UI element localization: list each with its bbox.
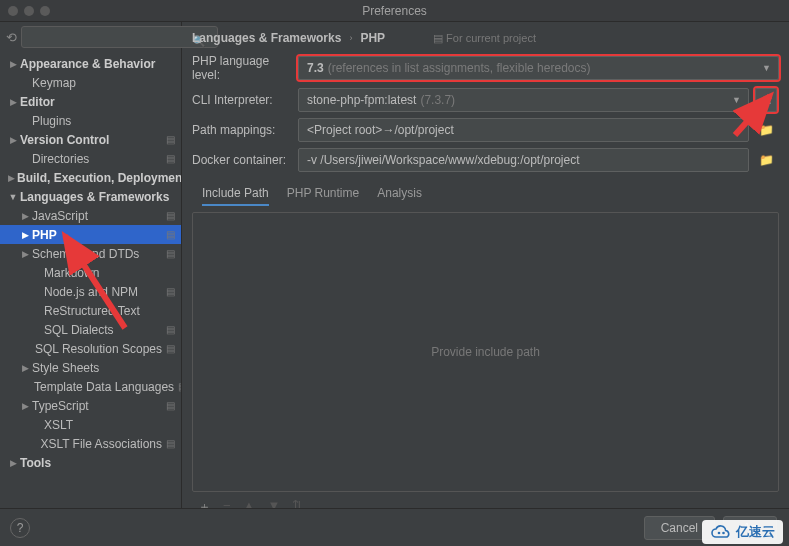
svg-point-3 <box>722 532 725 535</box>
project-scope-icon: ▤ <box>433 32 443 45</box>
sidebar-item-label: PHP <box>32 228 162 242</box>
sidebar-item-xslt-file-associations[interactable]: XSLT File Associations▤ <box>0 434 181 453</box>
sidebar-item-restructured-text[interactable]: ReStructured Text <box>0 301 181 320</box>
path-mappings-label: Path mappings: <box>192 123 292 137</box>
chevron-down-icon: ▼ <box>762 63 771 73</box>
chevron-down-icon[interactable]: ▼ <box>8 192 18 202</box>
sidebar-item-label: Node.js and NPM <box>44 285 162 299</box>
watermark: 亿速云 <box>702 520 783 544</box>
chevron-right-icon[interactable]: ▶ <box>8 173 15 183</box>
tab-php-runtime[interactable]: PHP Runtime <box>287 186 359 206</box>
cloud-icon <box>710 524 732 540</box>
sidebar-item-plugins[interactable]: Plugins <box>0 111 181 130</box>
sidebar-item-appearance-behavior[interactable]: ▶Appearance & Behavior <box>0 54 181 73</box>
sidebar-item-typescript[interactable]: ▶TypeScript▤ <box>0 396 181 415</box>
for-current-project-label: ▤ For current project <box>433 32 536 45</box>
sidebar-item-label: Tools <box>20 456 175 470</box>
fields-grid: PHP language level: 7.3 (references in l… <box>192 54 779 172</box>
sidebar-item-style-sheets[interactable]: ▶Style Sheets <box>0 358 181 377</box>
lang-level-value: 7.3 <box>307 61 324 75</box>
tab-analysis[interactable]: Analysis <box>377 186 422 206</box>
sidebar-item-label: Build, Execution, Deployment <box>17 171 181 185</box>
path-mappings-field[interactable]: <Project root>→/opt/project <box>298 118 749 142</box>
chevron-right-icon[interactable]: ▶ <box>20 230 30 240</box>
sidebar-item-version-control[interactable]: ▶Version Control▤ <box>0 130 181 149</box>
sidebar-item-sql-dialects[interactable]: SQL Dialects▤ <box>0 320 181 339</box>
chevron-right-icon[interactable]: ▶ <box>8 59 18 69</box>
folder-icon[interactable]: 📁 <box>755 118 777 142</box>
sidebar-item-sql-resolution-scopes[interactable]: SQL Resolution Scopes▤ <box>0 339 181 358</box>
content-pane: Languages & Frameworks › PHP ▤ For curre… <box>182 22 789 522</box>
chevron-right-icon[interactable]: ▶ <box>8 458 18 468</box>
help-button[interactable]: ? <box>10 518 30 538</box>
tab-include-path[interactable]: Include Path <box>202 186 269 206</box>
project-scope-icon: ▤ <box>166 134 175 145</box>
breadcrumb-root[interactable]: Languages & Frameworks <box>192 31 341 45</box>
chevron-right-icon[interactable]: ▶ <box>20 211 30 221</box>
sidebar-item-label: Version Control <box>20 133 162 147</box>
folder-icon[interactable]: 📁 <box>755 148 777 172</box>
settings-tree[interactable]: ▶Appearance & BehaviorKeymap▶EditorPlugi… <box>0 52 181 522</box>
sidebar-item-label: Plugins <box>32 114 175 128</box>
project-scope-icon: ▤ <box>166 438 175 449</box>
chevron-right-icon[interactable]: ▶ <box>8 135 18 145</box>
include-path-panel: Provide include path <box>192 212 779 492</box>
docker-container-value: -v /Users/jiwei/Workspace/www/xdebug:/op… <box>307 153 580 167</box>
cli-hint: (7.3.7) <box>420 93 455 107</box>
lang-level-hint: (references in list assignments, flexibl… <box>328 61 591 75</box>
sidebar-item-languages-frameworks[interactable]: ▼Languages & Frameworks <box>0 187 181 206</box>
project-scope-icon: ▤ <box>166 153 175 164</box>
chevron-right-icon[interactable]: ▶ <box>8 97 18 107</box>
sidebar-item-label: Appearance & Behavior <box>20 57 175 71</box>
breadcrumb: Languages & Frameworks › PHP ▤ For curre… <box>192 30 779 46</box>
project-scope-icon: ▤ <box>166 343 175 354</box>
sidebar-item-javascript[interactable]: ▶JavaScript▤ <box>0 206 181 225</box>
sidebar: ⟲ 🔍 ▶Appearance & BehaviorKeymap▶EditorP… <box>0 22 182 522</box>
project-scope-icon: ▤ <box>166 248 175 259</box>
titlebar: Preferences <box>0 0 789 22</box>
sidebar-item-node-js-and-npm[interactable]: Node.js and NPM▤ <box>0 282 181 301</box>
back-icon[interactable]: ⟲ <box>6 30 17 45</box>
sidebar-item-label: SQL Dialects <box>44 323 162 337</box>
sidebar-item-label: Languages & Frameworks <box>20 190 175 204</box>
sidebar-item-label: Editor <box>20 95 175 109</box>
sidebar-item-markdown[interactable]: Markdown <box>0 263 181 282</box>
project-scope-icon: ▤ <box>166 210 175 221</box>
sidebar-item-label: Template Data Languages <box>34 380 174 394</box>
sidebar-item-label: TypeScript <box>32 399 162 413</box>
cli-value: stone-php-fpm:latest <box>307 93 416 107</box>
sidebar-item-keymap[interactable]: Keymap <box>0 73 181 92</box>
cli-interpreter-browse-button[interactable]: … <box>755 88 777 112</box>
project-scope-icon: ▤ <box>166 324 175 335</box>
sidebar-item-tools[interactable]: ▶Tools <box>0 453 181 472</box>
sidebar-item-label: ReStructured Text <box>44 304 175 318</box>
cli-interpreter-label: CLI Interpreter: <box>192 93 292 107</box>
main-layout: ⟲ 🔍 ▶Appearance & BehaviorKeymap▶EditorP… <box>0 22 789 522</box>
php-language-level-dropdown[interactable]: 7.3 (references in list assignments, fle… <box>298 56 779 80</box>
sidebar-item-template-data-languages[interactable]: Template Data Languages▤ <box>0 377 181 396</box>
chevron-right-icon[interactable]: ▶ <box>20 401 30 411</box>
chevron-right-icon[interactable]: ▶ <box>20 249 30 259</box>
project-scope-icon: ▤ <box>166 400 175 411</box>
dialog-button-bar: ? Cancel Ap <box>0 508 789 546</box>
project-scope-icon: ▤ <box>166 229 175 240</box>
sidebar-item-directories[interactable]: Directories▤ <box>0 149 181 168</box>
sidebar-item-editor[interactable]: ▶Editor <box>0 92 181 111</box>
php-language-level-label: PHP language level: <box>192 54 292 82</box>
docker-container-field[interactable]: -v /Users/jiwei/Workspace/www/xdebug:/op… <box>298 148 749 172</box>
sidebar-item-label: JavaScript <box>32 209 162 223</box>
sidebar-item-schemas-and-dtds[interactable]: ▶Schemas and DTDs▤ <box>0 244 181 263</box>
search-wrap: ⟲ 🔍 <box>0 22 181 52</box>
sidebar-item-php[interactable]: ▶PHP▤ <box>0 225 181 244</box>
window-title: Preferences <box>0 4 789 18</box>
project-scope-icon: ▤ <box>178 381 181 392</box>
sidebar-item-label: Keymap <box>32 76 175 90</box>
watermark-text: 亿速云 <box>736 523 775 541</box>
svg-point-2 <box>718 532 721 535</box>
docker-container-label: Docker container: <box>192 153 292 167</box>
path-mappings-value: <Project root>→/opt/project <box>307 123 454 137</box>
sidebar-item-build-execution-deployment[interactable]: ▶Build, Execution, Deployment <box>0 168 181 187</box>
chevron-right-icon[interactable]: ▶ <box>20 363 30 373</box>
sidebar-item-xslt[interactable]: XSLT <box>0 415 181 434</box>
cli-interpreter-dropdown[interactable]: stone-php-fpm:latest (7.3.7) ▼ <box>298 88 749 112</box>
